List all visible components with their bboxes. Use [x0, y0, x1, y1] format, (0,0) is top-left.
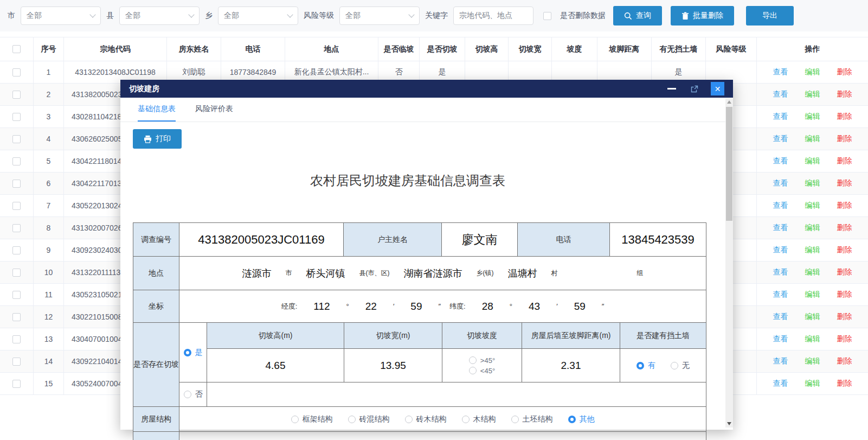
edit-link[interactable]: 编辑	[805, 356, 820, 366]
view-link[interactable]: 查看	[773, 201, 788, 211]
delete-link[interactable]: 删除	[837, 112, 852, 122]
edit-link[interactable]: 编辑	[805, 156, 820, 166]
delete-link[interactable]: 删除	[837, 156, 852, 166]
edit-link[interactable]: 编辑	[805, 134, 820, 144]
delete-link[interactable]: 删除	[837, 178, 852, 188]
county-suffix: 县(市、区)	[359, 269, 390, 278]
radio-option[interactable]: 土坯结构	[511, 415, 553, 424]
view-link[interactable]: 查看	[773, 356, 788, 366]
delete-link[interactable]: 删除	[837, 67, 852, 77]
county-select[interactable]: 全部	[119, 7, 200, 25]
view-link[interactable]: 查看	[773, 178, 788, 188]
cell-seq: 12	[34, 306, 64, 328]
view-link[interactable]: 查看	[773, 134, 788, 144]
maximize-icon[interactable]	[690, 85, 699, 93]
print-button[interactable]: 打印	[133, 129, 182, 149]
county-label: 县	[106, 11, 114, 21]
edit-link[interactable]: 编辑	[805, 223, 820, 233]
keyword-input[interactable]: 宗地代码、地点	[453, 7, 533, 25]
tab-basic-info[interactable]: 基础信息表	[138, 104, 176, 122]
select-all-checkbox[interactable]	[12, 45, 21, 53]
delete-link[interactable]: 删除	[837, 356, 852, 366]
qiepo-exist-label: 是否存在切坡	[133, 323, 179, 406]
delete-link[interactable]: 删除	[837, 223, 852, 233]
row-checkbox[interactable]	[12, 91, 21, 99]
view-link[interactable]: 查看	[773, 245, 788, 255]
township-select[interactable]: 全部	[218, 7, 298, 25]
dialog-scrollbar[interactable]	[725, 98, 733, 428]
edit-link[interactable]: 编辑	[805, 267, 820, 277]
township-select-value: 全部	[224, 11, 239, 21]
row-checkbox[interactable]	[12, 291, 21, 299]
edit-link[interactable]: 编辑	[805, 112, 820, 122]
scroll-up-icon[interactable]	[727, 100, 731, 104]
row-checkbox[interactable]	[12, 157, 21, 165]
delete-link[interactable]: 删除	[837, 379, 852, 388]
view-link[interactable]: 查看	[773, 379, 788, 388]
edit-link[interactable]: 编辑	[805, 245, 820, 255]
view-link[interactable]: 查看	[773, 334, 788, 344]
delete-link[interactable]: 删除	[837, 312, 852, 322]
edit-link[interactable]: 编辑	[805, 379, 820, 388]
radio-option[interactable]: 砖混结构	[348, 415, 390, 424]
slope-lt45-radio[interactable]: <45°	[469, 367, 495, 375]
row-checkbox[interactable]	[12, 358, 21, 366]
export-button[interactable]: 导出	[746, 6, 794, 25]
row-checkbox[interactable]	[12, 313, 21, 321]
risk-level-select[interactable]: 全部	[339, 7, 420, 25]
tab-risk-eval[interactable]: 风险评价表	[195, 104, 233, 122]
row-checkbox[interactable]	[12, 224, 21, 232]
edit-link[interactable]: 编辑	[805, 290, 820, 299]
row-checkbox[interactable]	[12, 113, 21, 121]
view-link[interactable]: 查看	[773, 267, 788, 277]
delete-link[interactable]: 删除	[837, 134, 852, 144]
radio-option[interactable]: 其他	[568, 415, 595, 424]
row-checkbox[interactable]	[12, 269, 21, 277]
row-checkbox[interactable]	[12, 135, 21, 143]
col-seq: 序号	[34, 37, 64, 61]
view-link[interactable]: 查看	[773, 90, 788, 99]
edit-link[interactable]: 编辑	[805, 312, 820, 322]
row-checkbox[interactable]	[12, 246, 21, 254]
risk-select-value: 全部	[345, 11, 361, 21]
query-button[interactable]: 查询	[613, 6, 662, 25]
row-checkbox[interactable]	[12, 180, 21, 188]
batch-delete-button[interactable]: 批量删除	[671, 6, 734, 25]
scrollbar-thumb[interactable]	[726, 107, 732, 221]
delete-link[interactable]: 删除	[837, 245, 852, 255]
view-link[interactable]: 查看	[773, 223, 788, 233]
radio-option[interactable]: 木结构	[462, 415, 496, 424]
view-link[interactable]: 查看	[773, 156, 788, 166]
minimize-icon[interactable]	[667, 88, 676, 90]
edit-link[interactable]: 编辑	[805, 67, 820, 77]
view-link[interactable]: 查看	[773, 290, 788, 299]
delete-link[interactable]: 删除	[837, 90, 852, 99]
view-link[interactable]: 查看	[773, 67, 788, 77]
radio-option[interactable]: 砖木结构	[405, 415, 447, 424]
close-icon[interactable]: ✕	[711, 82, 724, 95]
edit-link[interactable]: 编辑	[805, 90, 820, 99]
wall-no-radio[interactable]: 无	[671, 361, 690, 371]
edit-link[interactable]: 编辑	[805, 178, 820, 188]
row-checkbox[interactable]	[12, 202, 21, 210]
wall-yes-radio[interactable]: 有	[636, 361, 655, 371]
view-link[interactable]: 查看	[773, 312, 788, 322]
view-link[interactable]: 查看	[773, 112, 788, 122]
delete-link[interactable]: 删除	[837, 290, 852, 299]
qiepo-no-radio[interactable]: 否	[184, 390, 203, 399]
qiepo-yes-radio[interactable]: 是	[184, 348, 203, 358]
row-checkbox[interactable]	[12, 68, 21, 76]
cell-seq: 8	[34, 217, 64, 239]
row-checkbox[interactable]	[12, 335, 21, 343]
slope-gt45-radio[interactable]: >45°	[469, 356, 495, 365]
row-checkbox[interactable]	[12, 380, 21, 388]
delete-link[interactable]: 删除	[837, 201, 852, 211]
edit-link[interactable]: 编辑	[805, 201, 820, 211]
deleted-data-checkbox[interactable]	[543, 12, 551, 20]
edit-link[interactable]: 编辑	[805, 334, 820, 344]
scroll-down-icon[interactable]	[727, 422, 731, 425]
city-select[interactable]: 全部	[21, 7, 101, 25]
delete-link[interactable]: 删除	[837, 334, 852, 344]
radio-option[interactable]: 框架结构	[291, 415, 333, 424]
delete-link[interactable]: 删除	[837, 267, 852, 277]
